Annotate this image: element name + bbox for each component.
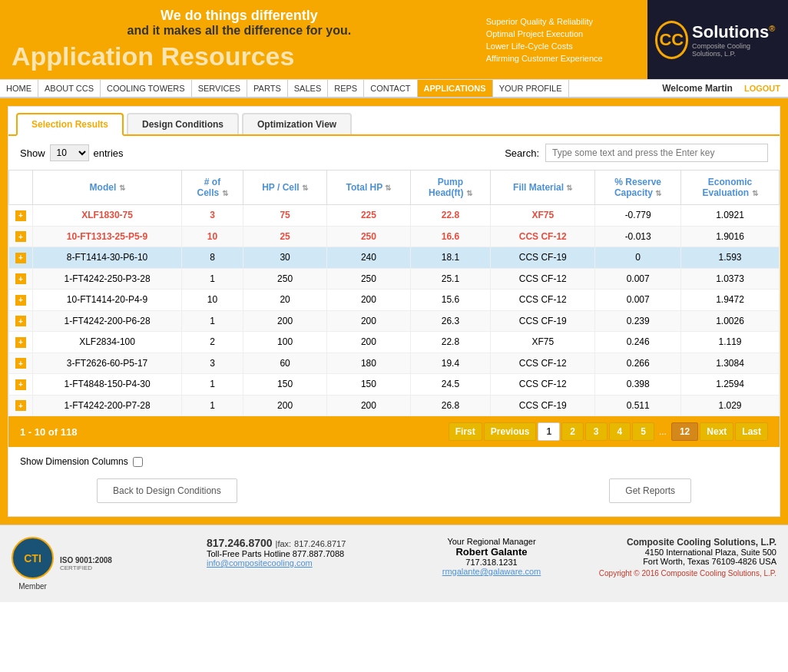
nav-about[interactable]: ABOUT CCS [38, 80, 101, 97]
copyright: Copyright © 2016 Composite Cooling Solut… [597, 569, 776, 578]
col-hp-cell[interactable]: HP / Cell ⇅ [243, 170, 327, 205]
col-economic[interactable]: EconomicEvaluation ⇅ [681, 170, 780, 205]
show-entries-control: Show 10 25 50 100 entries [20, 144, 124, 161]
hp-cell-cell: 75 [243, 205, 327, 227]
model-cell: 8-FT1414-30-P6-10 [33, 247, 182, 269]
hp-cell-cell: 100 [243, 332, 327, 353]
expand-cell[interactable]: + [9, 395, 33, 416]
expand-btn[interactable]: + [15, 295, 26, 306]
reserve-cell: 0.007 [595, 290, 681, 311]
page-12-btn[interactable]: 12 [671, 422, 698, 441]
first-page-btn[interactable]: First [449, 422, 482, 441]
expand-cell[interactable]: + [9, 374, 33, 396]
col-model[interactable]: Model ⇅ [33, 170, 182, 205]
fill-cell: CCS CF-12 [491, 226, 595, 247]
economic-cell: 1.0026 [681, 310, 780, 332]
nav-bar: HOME ABOUT CCS COOLING TOWERS SERVICES P… [0, 80, 788, 98]
fill-cell: CCS CF-19 [491, 395, 595, 416]
model-cell: XLF2834-100 [33, 332, 182, 353]
table-row: + 8-FT1414-30-P6-10 8 30 240 18.1 CCS CF… [9, 247, 780, 269]
economic-cell: 1.9016 [681, 226, 780, 247]
nav-cooling[interactable]: COOLING TOWERS [101, 80, 192, 97]
quality-1: Superior Quality & Reliability [486, 17, 640, 26]
col-fill[interactable]: Fill Material ⇅ [491, 170, 595, 205]
header-logo: CC Solutions® Composite Cooling Solution… [647, 0, 788, 79]
page-nav: First Previous 1 2 3 4 5 ... 12 Next Las… [449, 422, 768, 441]
fill-cell: CCS CF-12 [491, 374, 595, 396]
welcome-text: Welcome Martin [662, 83, 733, 94]
col-cells[interactable]: # ofCells ⇅ [182, 170, 243, 205]
dimension-checkbox[interactable] [133, 457, 143, 467]
cells-cell: 10 [182, 290, 243, 311]
nav-welcome-area: Welcome Martin LOGOUT [654, 80, 788, 97]
expand-btn[interactable]: + [15, 337, 26, 348]
get-reports-btn[interactable]: Get Reports [609, 478, 691, 503]
model-cell: 1-FT4242-250-P3-28 [33, 268, 182, 290]
hp-cell-cell: 150 [243, 374, 327, 396]
tab-optimization-view[interactable]: Optimization View [242, 113, 352, 134]
manager-email[interactable]: rmgalante@galaware.com [442, 567, 541, 576]
col-reserve[interactable]: % ReserveCapacity ⇅ [595, 170, 681, 205]
pump-head-cell: 26.8 [410, 395, 491, 416]
dimension-row: Show Dimension Columns [20, 456, 768, 467]
page-1-btn[interactable]: 1 [538, 422, 560, 441]
page-header: We do things differently and it makes al… [0, 0, 788, 80]
next-page-btn[interactable]: Next [700, 422, 733, 441]
expand-btn[interactable]: + [15, 253, 26, 263]
footer-col-left: CTI Member ISO 9001:2008 CERTIFIED [12, 537, 191, 591]
expand-cell[interactable]: + [9, 226, 33, 247]
expand-btn[interactable]: + [15, 273, 26, 284]
economic-cell: 1.029 [681, 395, 780, 416]
nav-services[interactable]: SERVICES [192, 80, 247, 97]
table-row: + 1-FT4242-200-P7-28 1 200 200 26.8 CCS … [9, 395, 780, 416]
manager-name: Robert Galante [402, 546, 581, 558]
expand-cell[interactable]: + [9, 268, 33, 290]
col-total-hp[interactable]: Total HP ⇅ [327, 170, 410, 205]
expand-cell[interactable]: + [9, 310, 33, 332]
expand-cell[interactable]: + [9, 290, 33, 311]
nav-profile[interactable]: YOUR PROFILE [493, 80, 569, 97]
page-4-btn[interactable]: 4 [609, 422, 631, 441]
tab-selection-results[interactable]: Selection Results [16, 113, 124, 136]
expand-cell[interactable]: + [9, 205, 33, 227]
expand-cell[interactable]: + [9, 332, 33, 353]
expand-btn[interactable]: + [15, 316, 26, 326]
page-3-btn[interactable]: 3 [585, 422, 608, 441]
page-2-btn[interactable]: 2 [561, 422, 584, 441]
show-label: Show [20, 147, 45, 159]
pump-head-cell: 26.3 [410, 310, 491, 332]
expand-btn[interactable]: + [15, 379, 26, 390]
footer-email[interactable]: info@compositecooling.com [207, 558, 313, 568]
nav-applications[interactable]: APPLICATIONS [418, 80, 493, 97]
tab-design-conditions[interactable]: Design Conditions [127, 113, 239, 134]
nav-reps[interactable]: REPS [328, 80, 364, 97]
table-row: + 10-FT1313-25-P5-9 10 25 250 16.6 CCS C… [9, 226, 780, 247]
expand-btn[interactable]: + [15, 400, 26, 411]
last-page-btn[interactable]: Last [735, 422, 768, 441]
col-pump-head[interactable]: PumpHead(ft) ⇅ [410, 170, 491, 205]
hp-cell-cell: 20 [243, 290, 327, 311]
back-to-design-btn[interactable]: Back to Design Conditions [97, 478, 237, 503]
total-hp-cell: 200 [327, 290, 410, 311]
manager-phone: 717.318.1231 [402, 558, 581, 567]
nav-sales[interactable]: SALES [288, 80, 328, 97]
footer-phone: 817.246.8700 |fax: 817.246.8717 [207, 537, 386, 549]
logout-button[interactable]: LOGOUT [744, 84, 780, 93]
expand-cell[interactable]: + [9, 353, 33, 374]
search-input[interactable] [545, 144, 768, 162]
page-5-btn[interactable]: 5 [632, 422, 654, 441]
expand-btn[interactable]: + [15, 358, 26, 369]
page-footer: CTI Member ISO 9001:2008 CERTIFIED 817.2… [0, 525, 788, 602]
economic-cell: 1.3084 [681, 353, 780, 374]
prev-page-btn[interactable]: Previous [484, 422, 537, 441]
expand-btn[interactable]: + [15, 210, 26, 221]
expand-cell[interactable]: + [9, 247, 33, 269]
cti-badge-icon: CTI [12, 537, 54, 579]
expand-btn[interactable]: + [15, 231, 26, 242]
nav-home[interactable]: HOME [0, 80, 38, 97]
nav-contact[interactable]: CONTACT [364, 80, 417, 97]
nav-parts[interactable]: PARTS [247, 80, 288, 97]
page-ellipsis: ... [656, 423, 670, 440]
entries-select[interactable]: 10 25 50 100 [50, 144, 89, 161]
cells-cell: 3 [182, 353, 243, 374]
